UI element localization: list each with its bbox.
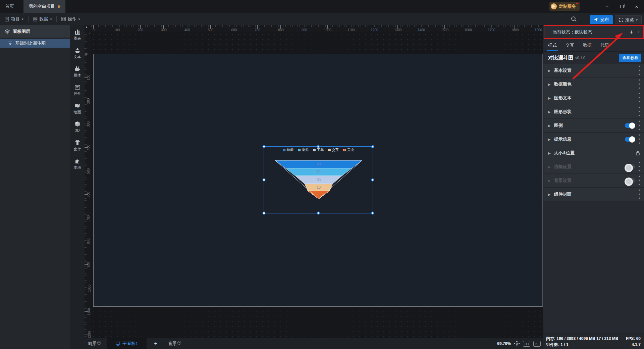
widget-icon — [70, 84, 85, 90]
h-ruler-label: 900 — [302, 28, 307, 32]
more-menu-icon[interactable]: ••• — [638, 92, 640, 104]
tab-interaction[interactable]: 交互 — [566, 39, 574, 51]
toggle-off[interactable] — [625, 178, 635, 183]
shortcut-keyboard-icon[interactable]: ::: — [523, 341, 530, 347]
section-6[interactable]: ▶提示信息••• — [543, 133, 644, 146]
tab-style[interactable]: 样式 — [548, 39, 557, 51]
resize-handle-nw[interactable] — [263, 145, 266, 148]
menu-actions[interactable]: 操作 ▾ — [57, 13, 85, 25]
resize-handle-e[interactable] — [371, 179, 374, 182]
minimize-button[interactable]: − — [600, 0, 614, 13]
section-10[interactable]: ▶组件封面••• — [543, 188, 644, 201]
section-8[interactable]: ▶边框设置••• — [543, 160, 644, 174]
v-ruler-label: 900 — [87, 262, 90, 268]
more-menu-icon[interactable]: ••• — [638, 78, 640, 90]
section-4[interactable]: ▶图形形状••• — [543, 105, 644, 119]
add-state-button[interactable]: + — [625, 29, 638, 36]
more-menu-icon[interactable]: ••• — [638, 174, 640, 187]
close-button[interactable]: × — [629, 0, 644, 13]
section-1[interactable]: ▶基本设置••• — [543, 64, 644, 78]
toggle-off[interactable] — [625, 164, 635, 169]
expand-caret-icon: ▶ — [548, 138, 551, 141]
lock-icon[interactable] — [636, 151, 640, 155]
more-menu-icon[interactable]: ••• — [638, 188, 640, 200]
section-9[interactable]: ▶背景设置••• — [543, 174, 644, 188]
add-background-icon[interactable]: + — [177, 341, 181, 345]
menu-project[interactable]: 项目 ▾ — [0, 13, 28, 25]
chevron-down-icon: ▾ — [21, 17, 23, 21]
background-button[interactable]: 背景 + — [165, 341, 184, 347]
publish-button[interactable]: 发布 — [590, 15, 613, 24]
toolbox-item-label: 套件 — [74, 147, 81, 151]
toolbox-item-label: 文本 — [74, 55, 81, 59]
foreground-button[interactable]: 前景 + — [85, 341, 104, 347]
layer-item-funnel[interactable]: 基础对比漏斗图 — [0, 39, 70, 48]
menubar: 项目 ▾ 数据 ▾ 操作 ▾ — [0, 13, 644, 25]
custom-service-badge[interactable]: 定制服务 — [549, 2, 580, 11]
toolbox-item-label: 控件 — [74, 92, 81, 96]
v-ruler-label: 0 — [85, 53, 88, 55]
resize-handle-n[interactable] — [317, 145, 320, 148]
local-icon — [70, 158, 85, 164]
chart-icon — [70, 29, 85, 35]
text-icon — [70, 47, 85, 53]
toolbox-item-7[interactable]: 套件 — [70, 140, 85, 152]
section-title: 提示信息 — [554, 136, 572, 142]
new-tab-button[interactable]: + — [58, 3, 62, 10]
tutorial-button[interactable]: 查看教程 — [619, 54, 641, 62]
h-ruler-label: 1400 — [418, 28, 425, 32]
settings-tabs: 样式 交互 数据 代码 — [543, 39, 644, 52]
toolbox-item-5[interactable]: 地图 — [70, 103, 85, 115]
toggle-on[interactable] — [625, 137, 635, 142]
resize-handle-s[interactable] — [317, 212, 320, 215]
state-expand-chevron[interactable]: › — [638, 30, 639, 35]
more-menu-icon[interactable]: ••• — [638, 106, 640, 118]
section-title: 大小&位置 — [554, 150, 575, 156]
3d-icon — [70, 121, 85, 127]
more-menu-icon[interactable]: ••• — [638, 133, 640, 145]
search-icon[interactable] — [571, 16, 577, 22]
tab-code[interactable]: 代码 — [600, 39, 609, 51]
add-subboard-button[interactable]: + — [147, 340, 165, 347]
toolbox-item-4[interactable]: 控件 — [70, 84, 85, 96]
section-2[interactable]: ▶数据颜色••• — [543, 78, 644, 91]
toolbox-item-3[interactable]: 媒体 — [70, 66, 85, 78]
toolbox-item-2[interactable]: 文本 — [70, 47, 85, 59]
section-3[interactable]: ▶图形文本••• — [543, 91, 644, 105]
resize-handle-ne[interactable] — [371, 145, 374, 148]
expand-caret-icon: ▶ — [548, 83, 551, 86]
database-icon — [33, 17, 38, 21]
v-ruler-label: 1100 — [87, 308, 91, 315]
toolbox-item-6[interactable]: 3D — [70, 121, 85, 132]
more-menu-icon[interactable]: ••• — [638, 161, 640, 173]
memory-stats: 内存: 196 / 3893 / 4096 MB 17 / 213 MB — [546, 336, 618, 342]
resize-handle-w[interactable] — [263, 179, 266, 182]
selection-box — [264, 146, 373, 213]
menu-data[interactable]: 数据 ▾ — [29, 13, 57, 25]
map-icon — [70, 103, 85, 109]
funnel-layer-icon — [8, 41, 12, 45]
h-ruler-label: 1000 — [324, 28, 331, 32]
tab-data[interactable]: 数据 — [583, 39, 592, 51]
tab-home-label: 首页 — [5, 3, 14, 9]
preview-button[interactable]: 预览 ▾ — [615, 15, 642, 24]
section-7[interactable]: ▶大小&位置 — [543, 146, 644, 160]
more-menu-icon[interactable]: ••• — [638, 119, 640, 132]
v-ruler-label: 700 — [87, 215, 90, 221]
tab-home[interactable]: 首页 — [0, 0, 19, 13]
console-icon[interactable]: >_ — [533, 341, 541, 347]
subboard-tab[interactable]: 子看板1 — [107, 338, 147, 349]
toolbox-item-1[interactable]: 图表 — [70, 29, 85, 41]
h-ruler-label: 500 — [208, 28, 214, 32]
expand-caret-icon: ▶ — [548, 179, 551, 183]
restore-button[interactable] — [614, 0, 629, 13]
toggle-on[interactable] — [625, 123, 635, 128]
fit-screen-icon[interactable] — [514, 341, 520, 347]
add-foreground-icon[interactable]: + — [97, 341, 101, 345]
more-menu-icon[interactable]: ••• — [638, 64, 640, 77]
toolbox-item-8[interactable]: 本地 — [70, 158, 85, 170]
resize-handle-sw[interactable] — [263, 212, 266, 215]
resize-handle-se[interactable] — [371, 212, 374, 215]
section-5[interactable]: ▶图例••• — [543, 119, 644, 133]
toolbox-item-label: 媒体 — [74, 73, 81, 77]
